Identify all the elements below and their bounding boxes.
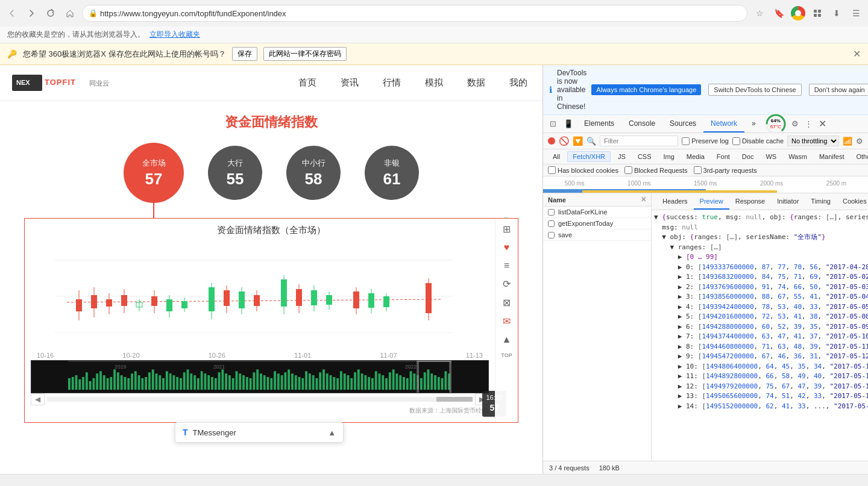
devtools-pointer-icon[interactable]: ⊡ [546, 119, 560, 128]
tab-console[interactable]: Console [621, 115, 662, 132]
filter-css[interactable]: CSS [633, 152, 656, 161]
request-row-save[interactable]: save [543, 229, 651, 241]
score-circle-feiyin[interactable]: 非银 61 [365, 146, 419, 200]
resp-tab-headers[interactable]: Headers [656, 193, 694, 210]
resp-tab-cookies[interactable]: Cookies [837, 193, 868, 210]
nav-market[interactable]: 行情 [380, 74, 404, 92]
devtools-close-button[interactable]: ✕ [816, 118, 829, 129]
nav-news[interactable]: 资讯 [338, 74, 362, 92]
password-nosave-button[interactable]: 此网站一律不保存密码 [263, 47, 347, 61]
preserve-log-checkbox[interactable] [682, 137, 690, 145]
svg-rect-129 [340, 371, 342, 390]
messenger-widget[interactable]: T TMessenger ▲ [175, 422, 344, 443]
sidebar-icon-up[interactable]: ▲ [502, 334, 512, 345]
star-button[interactable]: ☆ [752, 6, 767, 20]
name-sort-icon[interactable]: ✕ [641, 196, 646, 204]
score-circle-dahang[interactable]: 大行 55 [208, 146, 262, 200]
wifi-settings-icon[interactable]: 📶 [843, 137, 852, 146]
sidebar-icon-mail[interactable]: ✉ [503, 316, 511, 327]
filter-js[interactable]: JS [613, 152, 631, 161]
filter-icon[interactable]: 🔽 [573, 136, 583, 146]
preserve-log-label[interactable]: Preserve log [682, 137, 729, 145]
filter-input[interactable] [600, 136, 678, 146]
download-button[interactable]: ⬇ [829, 6, 844, 20]
sidebar-icon-table[interactable]: ⊞ [503, 223, 511, 235]
third-party-checkbox[interactable] [694, 166, 702, 174]
messenger-up-button[interactable]: ▲ [328, 428, 336, 437]
scroll-left[interactable]: ◀ [31, 393, 45, 405]
chrome-logo [791, 6, 805, 20]
record-button[interactable] [548, 137, 555, 145]
home-button[interactable] [63, 6, 77, 20]
back-button[interactable] [5, 6, 19, 20]
json-line-2: ▼ obj: {ranges: […], seriesName: "全市场"} [654, 232, 866, 243]
filter-fetch-xhr[interactable]: Fetch/XHR [567, 151, 611, 162]
request-checkbox-2[interactable] [548, 232, 555, 238]
request-row-getexponenttoday[interactable]: getExponentToday [543, 218, 651, 229]
svg-rect-83 [180, 378, 182, 390]
tab-elements[interactable]: Elements [577, 115, 621, 132]
third-party-label[interactable]: 3rd-party requests [694, 166, 757, 174]
nav-home[interactable]: 首页 [295, 74, 319, 92]
address-bar[interactable]: 🔒 https://www.tongyeyun.com/topfit/fundE… [82, 5, 747, 22]
resp-tab-response[interactable]: Response [729, 193, 772, 210]
svg-rect-104 [253, 372, 255, 390]
nav-simulate[interactable]: 模拟 [422, 74, 446, 92]
filter-other[interactable]: Other [851, 152, 868, 161]
tab-network[interactable]: Network [703, 115, 744, 132]
blocked-requests-label[interactable]: Blocked Requests [624, 166, 688, 174]
disable-cache-label[interactable]: Disable cache [732, 137, 784, 145]
sidebar-icon-heart[interactable]: ♥ [504, 242, 510, 253]
x-label-3: 11-01 [294, 352, 311, 359]
blocked-cookies-label[interactable]: Has blocked cookies [548, 166, 618, 174]
password-close-button[interactable]: ✕ [853, 48, 861, 60]
devtools-settings-icon[interactable]: ⚙ [788, 119, 802, 128]
request-checkbox-1[interactable] [548, 220, 555, 227]
tab-sources[interactable]: Sources [662, 115, 703, 132]
tab-more[interactable]: » [744, 115, 763, 132]
devtools-kebab-icon[interactable]: ⋮ [802, 119, 816, 128]
filter-font[interactable]: Font [712, 152, 735, 161]
sidebar-icon-refresh[interactable]: ⟳ [503, 278, 511, 290]
forward-button[interactable] [24, 6, 39, 20]
devtools-device-icon[interactable]: 📱 [560, 119, 577, 128]
disable-cache-checkbox[interactable] [732, 137, 740, 145]
blocked-cookies-checkbox[interactable] [548, 166, 556, 174]
score-circle-zhongxiao[interactable]: 中小行 58 [286, 146, 341, 200]
dontshow-button[interactable]: Don't show again [809, 84, 868, 96]
bookmark-import-link[interactable]: 立即导入收藏夹 [149, 30, 200, 40]
search-icon[interactable]: 🔍 [587, 137, 596, 146]
extensions-button[interactable] [810, 6, 825, 20]
score-circle-quanshichang[interactable]: 全市场 57 [124, 143, 184, 203]
bookmark-button[interactable]: 🔖 [772, 6, 786, 20]
network-settings-icon[interactable]: ⚙ [856, 137, 863, 146]
filter-doc[interactable]: Doc [737, 152, 759, 161]
clear-button[interactable]: 🚫 [559, 136, 569, 146]
resp-tab-initiator[interactable]: Initiator [771, 193, 805, 210]
filter-all[interactable]: All [548, 152, 565, 161]
filter-manifest[interactable]: Manifest [814, 152, 849, 161]
throttle-select[interactable]: No throttling Fast 3G Slow 3G Offline [787, 136, 839, 146]
svg-rect-90 [204, 373, 206, 390]
svg-rect-147 [403, 377, 405, 390]
switch-devtools-button[interactable]: Switch DevTools to Chinese [708, 84, 801, 96]
filter-media[interactable]: Media [682, 152, 709, 161]
menu-button[interactable]: ☰ [849, 6, 863, 20]
nav-data[interactable]: 数据 [464, 74, 488, 92]
sidebar-icon-menu[interactable]: ≡ [504, 260, 509, 271]
svg-rect-88 [197, 378, 200, 390]
filter-ws[interactable]: WS [761, 152, 781, 161]
resp-tab-timing[interactable]: Timing [805, 193, 837, 210]
request-checkbox-0[interactable] [548, 209, 555, 216]
blocked-requests-checkbox[interactable] [624, 166, 632, 174]
resp-tab-preview[interactable]: Preview [694, 193, 729, 210]
sidebar-icon-grid[interactable]: ⊠ [503, 297, 511, 308]
always-match-button[interactable]: Always match Chrome's language [591, 84, 701, 95]
request-row-listdataforking[interactable]: listDataForKLine [543, 207, 651, 218]
filter-img[interactable]: Img [659, 152, 679, 161]
refresh-button[interactable] [43, 6, 58, 20]
svg-rect-98 [232, 378, 234, 390]
password-save-button[interactable]: 保存 [232, 47, 257, 61]
nav-mine[interactable]: 我的 [506, 74, 530, 92]
filter-wasm[interactable]: Wasm [784, 152, 812, 161]
